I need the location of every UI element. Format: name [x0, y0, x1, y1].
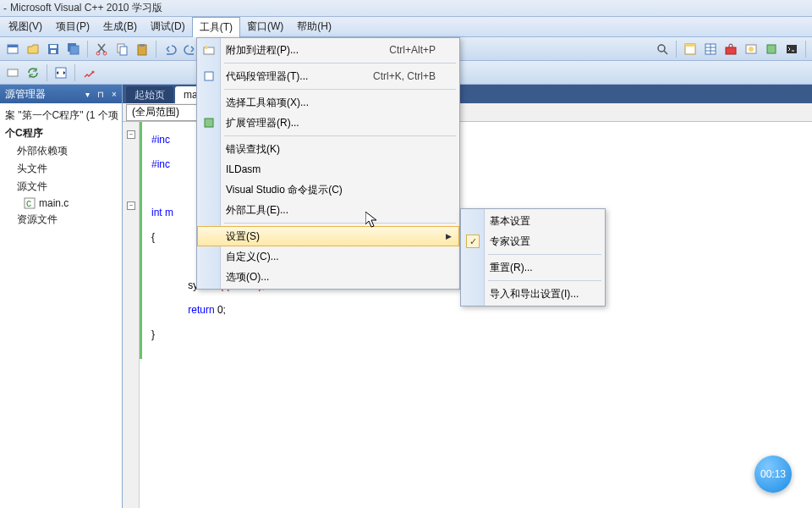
solution-explorer-icon[interactable]: [681, 40, 700, 58]
settings-submenu: 基本设置 ✓ 专家设置 重置(R)... 导入和导出设置(I)...: [460, 208, 606, 306]
titlebar: - Microsoft Visual C++ 2010 学习版: [0, 0, 812, 17]
menu-settings[interactable]: 设置(S)▶: [197, 226, 459, 246]
solution-explorer-header: 源管理器 ▾ ⊓ ×: [0, 85, 122, 103]
solution-node[interactable]: 案 "第一个C程序" (1 个项: [2, 107, 120, 124]
menu-project[interactable]: 项目(P): [49, 17, 96, 36]
cut-icon[interactable]: [92, 40, 111, 58]
sources-node[interactable]: 源文件: [2, 178, 120, 196]
menu-view[interactable]: 视图(V): [2, 17, 49, 36]
svg-point-24: [92, 70, 95, 73]
svg-rect-12: [140, 44, 145, 47]
svg-rect-10: [120, 47, 127, 55]
menu-code-snippets[interactable]: 代码段管理器(T)...Ctrl+K, Ctrl+B: [197, 66, 459, 86]
ext-deps-node[interactable]: 外部依赖项: [2, 142, 120, 160]
save-icon[interactable]: [44, 40, 63, 58]
change-marker: [140, 122, 142, 359]
submenu-expert[interactable]: ✓ 专家设置: [461, 231, 605, 251]
c-file-icon: c: [24, 197, 36, 209]
save-all-icon[interactable]: [64, 40, 83, 58]
dropdown-icon[interactable]: ▾: [81, 88, 93, 100]
svg-text:c: c: [26, 197, 31, 209]
svg-rect-17: [726, 47, 736, 54]
menu-ildasm[interactable]: ILDasm: [197, 159, 459, 179]
menu-customize[interactable]: 自定义(C)...: [197, 246, 459, 267]
ext-icon: [202, 116, 216, 130]
menu-options[interactable]: 选项(O)...: [197, 267, 459, 287]
copy-icon[interactable]: [112, 40, 131, 58]
undo-icon[interactable]: [161, 40, 179, 58]
svg-rect-20: [767, 45, 776, 53]
menu-debug[interactable]: 调试(D): [144, 17, 192, 36]
resources-node[interactable]: 资源文件: [2, 211, 120, 229]
submenu-reset[interactable]: 重置(R)...: [461, 257, 605, 278]
svg-rect-30: [205, 119, 213, 127]
mainc-node[interactable]: cmain.c: [2, 196, 120, 211]
menu-extension-manager[interactable]: 扩展管理器(R)...: [197, 113, 459, 133]
menu-tools[interactable]: 工具(T): [192, 17, 240, 37]
headers-node[interactable]: 头文件: [2, 160, 120, 178]
menu-external-tools[interactable]: 外部工具(E)...: [197, 200, 459, 220]
collapse-icon[interactable]: −: [127, 130, 135, 139]
svg-rect-4: [51, 50, 56, 53]
attach-icon: [202, 43, 216, 57]
check-icon: ✓: [466, 235, 480, 248]
new-project-icon[interactable]: [3, 40, 22, 58]
svg-rect-1: [8, 45, 18, 47]
find-icon[interactable]: [653, 40, 672, 58]
solution-tree: 案 "第一个C程序" (1 个项 个C程序 外部依赖项 头文件 源文件 cmai…: [0, 103, 122, 232]
start-page-icon[interactable]: [742, 40, 760, 58]
properties-icon[interactable]: [701, 40, 720, 58]
menu-error-lookup[interactable]: 错误查找(K): [197, 139, 459, 159]
svg-rect-22: [8, 69, 18, 76]
svg-rect-3: [50, 45, 57, 48]
menu-vs-prompt[interactable]: Visual Studio 命令提示(C): [197, 179, 459, 200]
svg-rect-29: [205, 72, 213, 80]
app-title: Microsoft Visual C++ 2010 学习版: [10, 1, 162, 15]
toolbox-icon[interactable]: [721, 40, 740, 58]
menu-help[interactable]: 帮助(H): [290, 17, 338, 36]
pin-icon[interactable]: ⊓: [95, 88, 107, 100]
snippets-icon: [202, 69, 216, 83]
open-icon[interactable]: [24, 40, 42, 58]
svg-rect-15: [685, 44, 695, 47]
show-all-icon[interactable]: [3, 64, 22, 82]
menu-choose-toolbox[interactable]: 选择工具箱项(X)...: [197, 92, 459, 113]
cmd-window-icon[interactable]: [782, 40, 801, 58]
ext-mgr-icon[interactable]: [762, 40, 781, 58]
menu-window[interactable]: 窗口(W): [240, 17, 290, 36]
close-icon[interactable]: ×: [108, 88, 120, 100]
svg-rect-21: [787, 45, 797, 53]
svg-point-13: [658, 45, 665, 52]
time-badge: 00:13: [754, 456, 792, 493]
tools-menu: 附加到进程(P)...Ctrl+Alt+P 代码段管理器(T)...Ctrl+K…: [196, 37, 460, 290]
submenu-basic[interactable]: 基本设置: [461, 211, 605, 231]
view-code-icon[interactable]: [52, 64, 70, 82]
submenu-import-export[interactable]: 导入和导出设置(I)...: [461, 284, 605, 304]
properties2-icon[interactable]: [80, 64, 98, 82]
refresh-icon[interactable]: [24, 64, 42, 82]
svg-rect-6: [70, 46, 79, 54]
gutter: [123, 122, 140, 508]
solution-explorer: 源管理器 ▾ ⊓ × 案 "第一个C程序" (1 个项 个C程序 外部依赖项 头…: [0, 85, 123, 508]
menu-attach-process[interactable]: 附加到进程(P)...Ctrl+Alt+P: [197, 40, 459, 60]
svg-point-28: [205, 46, 208, 49]
paste-icon[interactable]: [133, 40, 151, 58]
solution-explorer-title: 源管理器: [5, 87, 46, 102]
menubar: 视图(V) 项目(P) 生成(B) 调试(D) 工具(T) 窗口(W) 帮助(H…: [0, 17, 812, 37]
collapse-icon[interactable]: −: [127, 202, 135, 210]
menu-build[interactable]: 生成(B): [96, 17, 144, 36]
project-node[interactable]: 个C程序: [2, 124, 120, 142]
tab-start-page[interactable]: 起始页: [126, 86, 173, 103]
svg-point-19: [749, 47, 754, 52]
